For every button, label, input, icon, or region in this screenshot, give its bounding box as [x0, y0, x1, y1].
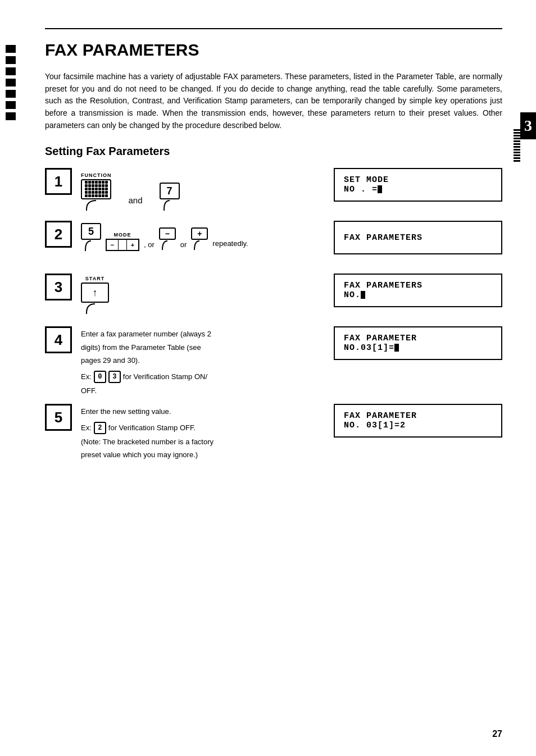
- key7-button: 7: [160, 183, 180, 199]
- function-key-arm-svg: [81, 199, 111, 211]
- grid-cell: [85, 194, 88, 197]
- page-tab-line: [514, 138, 520, 139]
- page-tab-lines: [514, 129, 520, 162]
- step-5-display-line1: FAX PARAMETER: [344, 411, 417, 421]
- grid-cell: [95, 191, 98, 194]
- grid-cell: [102, 194, 105, 197]
- step-5-note-2: preset value which you may ignore.): [81, 449, 198, 461]
- plus-button[interactable]: +: [191, 227, 208, 240]
- key5-arm-svg: [81, 240, 101, 251]
- grid-cell: [88, 184, 91, 187]
- page-tab-line: [514, 140, 520, 142]
- binding-marks: [6, 45, 16, 120]
- step-1-row: 1 FUNCTION: [45, 168, 502, 213]
- grid-cell: [85, 181, 88, 184]
- grid-cell: [98, 191, 101, 194]
- mode-minus-button[interactable]: −: [106, 239, 118, 251]
- grid-cell: [105, 181, 108, 184]
- step-2-display-line1: FAX PARAMETERS: [344, 233, 423, 243]
- grid-cell: [98, 194, 101, 197]
- binding-mark: [6, 45, 16, 53]
- function-key-grid: [85, 181, 108, 197]
- step-5-row: 5 Enter the new setting value. Ex: 2 for…: [45, 404, 502, 461]
- step-3-display-line2: NO.: [344, 290, 365, 300]
- grid-cell: [88, 188, 91, 190]
- function-key-group: FUNCTION: [81, 172, 112, 211]
- step-5-ex-suffix: for Verification Stamp OFF.: [108, 422, 196, 434]
- start-key-group: START ↑: [81, 276, 109, 314]
- step-2-row: 2 5 MODE −: [45, 221, 502, 266]
- key5-button: 5: [81, 223, 101, 240]
- step-4-key-0: 0: [94, 371, 106, 383]
- step-5-ex-prefix: Ex:: [81, 422, 92, 434]
- plus-arm-svg: [191, 240, 208, 251]
- step-3-left: START ↑: [81, 274, 325, 318]
- start-label: START: [85, 276, 105, 281]
- binding-mark: [6, 90, 16, 98]
- page-number: 27: [492, 729, 502, 739]
- grid-cell: [95, 181, 98, 184]
- step-2-display: FAX PARAMETERS: [334, 221, 502, 254]
- step-4-text-1: Enter a fax parameter number (always 2: [81, 329, 211, 340]
- page-tab-line: [514, 160, 520, 162]
- grid-cell: [88, 191, 91, 194]
- step-4-key-3: 3: [108, 371, 121, 383]
- binding-mark: [6, 79, 16, 86]
- step-1-display: SET MODE NO . =: [334, 168, 502, 202]
- grid-cell: [95, 184, 98, 187]
- minus-hand: −: [159, 227, 176, 251]
- grid-cell: [85, 184, 88, 187]
- grid-cell: [102, 188, 105, 190]
- page-tab-line: [514, 135, 520, 136]
- grid-cell: [98, 181, 101, 184]
- grid-cell: [102, 181, 105, 184]
- page-tab-line: [514, 129, 520, 131]
- binding-mark: [6, 67, 16, 75]
- minus-button[interactable]: −: [159, 227, 176, 240]
- grid-cell: [95, 188, 98, 190]
- mode-plus-button[interactable]: +: [127, 239, 139, 251]
- step-5-example: Ex: 2 for Verification Stamp OFF.: [81, 422, 196, 434]
- cursor-block-2: [361, 291, 365, 299]
- step-5-left: Enter the new setting value. Ex: 2 for V…: [81, 404, 325, 461]
- step-5-key-2: 2: [94, 422, 106, 434]
- cursor-block: [378, 185, 382, 193]
- mode-bar-group: MODE − +: [106, 232, 139, 251]
- step-4-display-line2: NO.03[1]=: [344, 343, 399, 353]
- and-text: and: [129, 195, 143, 205]
- step-3-row: 3 START ↑ FAX PARAMETERS NO.: [45, 274, 502, 318]
- page-tab-line: [514, 132, 520, 134]
- minus-hand-group: −: [159, 227, 176, 251]
- page-tab-line: [514, 157, 520, 159]
- step-4-text-2: digits) from the Parameter Table (see: [81, 342, 201, 353]
- step-4-ex-suffix2: OFF.: [81, 385, 97, 397]
- grid-cell: [102, 184, 105, 187]
- grid-cell: [98, 184, 101, 187]
- function-key-button: [81, 179, 111, 199]
- page-tab: 3: [520, 112, 536, 139]
- step-4-display: FAX PARAMETER NO.03[1]=: [334, 326, 502, 360]
- grid-cell: [98, 188, 101, 190]
- steps-container: 1 FUNCTION: [45, 168, 502, 461]
- step-5-number: 5: [45, 404, 72, 431]
- key7-hand: 7: [160, 183, 180, 211]
- step-2-left: 5 MODE − + , or: [81, 221, 325, 266]
- grid-cell: [102, 191, 105, 194]
- step-1-number: 1: [45, 168, 72, 195]
- function-key-hand: [81, 179, 111, 211]
- grid-cell: [88, 181, 91, 184]
- mode-buttons: − +: [106, 239, 139, 251]
- or-text-1: , or: [144, 240, 155, 249]
- function-label: FUNCTION: [81, 172, 112, 178]
- grid-cell: [95, 194, 98, 197]
- grid-cell: [92, 191, 94, 194]
- step-1-display-line1: SET MODE: [344, 175, 389, 185]
- page-tab-line: [514, 152, 520, 153]
- intro-paragraph: Your facsimile machine has a variety of …: [45, 71, 502, 131]
- page-tab-line: [514, 154, 520, 156]
- step-3-display-line1: FAX PARAMETERS: [344, 281, 423, 290]
- step-4-text-3: pages 29 and 30).: [81, 355, 140, 366]
- step-4-ex-suffix: for Verification Stamp ON/: [123, 371, 207, 382]
- step-4-display-line1: FAX PARAMETER: [344, 334, 417, 343]
- section-heading: Setting Fax Parameters: [45, 145, 502, 158]
